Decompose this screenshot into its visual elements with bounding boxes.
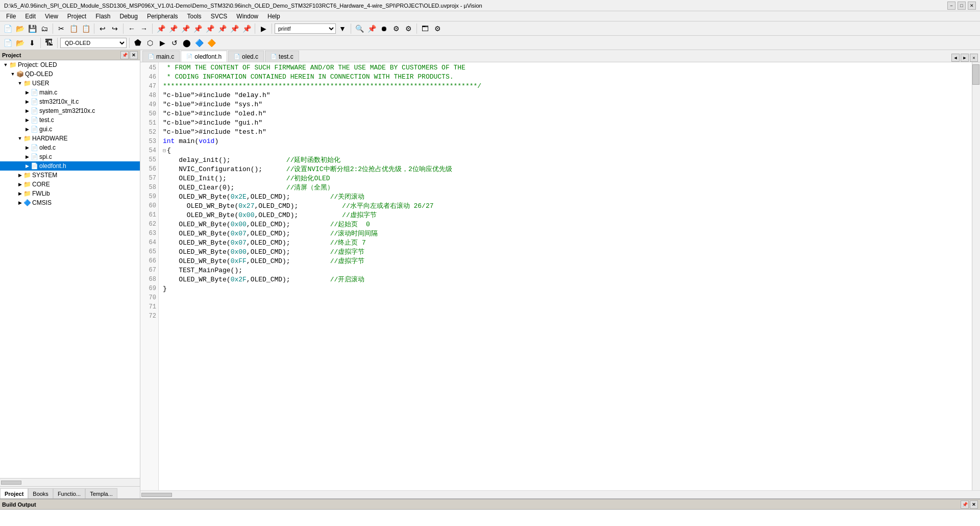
build-output-pin[interactable]: 📌	[961, 500, 969, 509]
maximize-button[interactable]: □	[958, 2, 966, 10]
debug1-button[interactable]: ⏺	[378, 23, 389, 34]
bookmark5-button[interactable]: 📌	[204, 23, 215, 34]
nav-back-button[interactable]: ←	[126, 23, 137, 34]
minimize-button[interactable]: −	[947, 2, 955, 10]
tree-item-gui_c[interactable]: ▶📄 gui.c	[0, 125, 140, 134]
tree-item-oled_c[interactable]: ▶📄 oled.c	[0, 143, 140, 152]
paste-button[interactable]: 📋	[80, 23, 91, 34]
tree-item-icon: 📦	[16, 70, 24, 78]
redo-button[interactable]: ↪	[109, 23, 120, 34]
tree-item-stm32f10x_it_c[interactable]: ▶📄 stm32f10x_it.c	[0, 97, 140, 106]
nav-forward-button[interactable]: →	[138, 23, 150, 34]
load-button[interactable]: ⬇	[27, 37, 38, 49]
tb2-sep2	[57, 38, 58, 48]
menu-item-peripherals[interactable]: Peripherals	[143, 11, 182, 21]
line-number: 67	[140, 266, 156, 275]
tb2-btn6[interactable]: 🔷	[193, 37, 205, 49]
code-line: }	[163, 284, 968, 294]
save-button[interactable]: 💾	[27, 23, 38, 34]
bookmark6-button[interactable]: 📌	[216, 23, 228, 34]
build-all-button[interactable]: 🏗	[43, 37, 55, 49]
editor-tab-oled_c[interactable]: 📄oled.c	[228, 51, 264, 62]
sidebar-hscroll[interactable]	[0, 478, 140, 486]
tree-item-qd_oled[interactable]: ▼📦 QD-OLED	[0, 69, 140, 79]
tree-item-fwlib[interactable]: ▶📁 FWLib	[0, 189, 140, 198]
bookmark2-button[interactable]: 📌	[167, 23, 179, 34]
open-file-button[interactable]: 📂	[14, 23, 26, 34]
code-vscroll[interactable]	[972, 62, 980, 490]
line-number: 50	[140, 109, 156, 118]
search-button[interactable]: 🔍	[354, 23, 365, 34]
sidebar-tab-functio___[interactable]: Functio...	[53, 488, 85, 498]
tb2-btn1[interactable]: ⬟	[132, 37, 143, 49]
tree-item-core[interactable]: ▶📁 CORE	[0, 180, 140, 189]
bookmark8-button[interactable]: 📌	[241, 23, 252, 34]
open-uvision-button[interactable]: 📂	[14, 37, 26, 49]
tree-item-spi_c[interactable]: ▶📄 spi.c	[0, 152, 140, 161]
editor-tab-oledfont_h[interactable]: 📄oledfont.h	[181, 51, 227, 62]
sidebar-tab-templa___[interactable]: Templa...	[85, 488, 117, 498]
menu-item-view[interactable]: View	[41, 11, 62, 21]
settings-button[interactable]: ⚙	[432, 23, 443, 34]
fold-icon[interactable]: ⊟	[163, 148, 166, 154]
run-icon-button[interactable]: ▶	[258, 23, 269, 34]
tab-close-all[interactable]: ✕	[970, 54, 978, 62]
sidebar-pin-button[interactable]: 📌	[120, 51, 129, 59]
tb2-btn3[interactable]: ▶	[157, 37, 168, 49]
menu-item-window[interactable]: Window	[232, 11, 262, 21]
sidebar-tab-books[interactable]: Books	[28, 488, 53, 498]
window-button[interactable]: 🗔	[420, 23, 431, 34]
menu-item-svcs[interactable]: SVCS	[207, 11, 232, 21]
bookmark4-button[interactable]: 📌	[192, 23, 203, 34]
debug3-button[interactable]: ⚙	[403, 23, 414, 34]
pin-button[interactable]: 📌	[366, 23, 377, 34]
tree-item-system[interactable]: ▶📁 SYSTEM	[0, 171, 140, 180]
build-output-close[interactable]: ✕	[970, 500, 978, 509]
code-hscroll[interactable]	[140, 490, 980, 498]
save-all-button[interactable]: 🗂	[39, 23, 50, 34]
tree-item-hardware[interactable]: ▼📁 HARDWARE	[0, 134, 140, 143]
close-button[interactable]: ✕	[968, 2, 976, 10]
code-line: delay_init(); //延时函数初始化	[163, 156, 968, 165]
menu-item-debug[interactable]: Debug	[116, 11, 142, 21]
sidebar-title: Project	[2, 52, 21, 58]
tree-item-project__oled[interactable]: ▼📁 Project: OLED	[0, 60, 140, 69]
tree-item-main_c[interactable]: ▶📄 main.c	[0, 88, 140, 97]
tab-scroll-left[interactable]: ◀	[951, 54, 960, 62]
tree-item-system_stm32f10x_c[interactable]: ▶📄 system_stm32f10x.c	[0, 106, 140, 115]
new-uvision-button[interactable]: 📄	[2, 37, 13, 49]
line-number: 66	[140, 256, 156, 266]
editor-tab-test_c[interactable]: 📄test.c	[265, 51, 299, 62]
tree-item-user[interactable]: ▼📁 USER	[0, 79, 140, 88]
new-file-button[interactable]: 📄	[2, 23, 13, 34]
tb2-btn7[interactable]: 🔶	[206, 37, 217, 49]
menu-item-project[interactable]: Project	[63, 11, 90, 21]
tb2-btn4[interactable]: ↺	[169, 37, 180, 49]
undo-button[interactable]: ↩	[97, 23, 108, 34]
code-content[interactable]: * FROM THE CONTENT OF SUCH FIRMWARE AND/…	[159, 62, 972, 490]
tree-item-cmsis[interactable]: ▶🔷 CMSIS	[0, 198, 140, 207]
bookmark1-button[interactable]: 📌	[155, 23, 166, 34]
menu-item-file[interactable]: File	[2, 11, 20, 21]
printf-dropdown-button[interactable]: ▼	[337, 23, 348, 34]
editor-tab-main_c[interactable]: 📄main.c	[142, 51, 180, 62]
menu-item-help[interactable]: Help	[263, 11, 284, 21]
bookmark3-button[interactable]: 📌	[180, 23, 191, 34]
tree-item-oledfont_h[interactable]: ▶📄 oledfont.h	[0, 161, 140, 171]
sidebar-close-button[interactable]: ✕	[130, 51, 138, 59]
line-number: 63	[140, 229, 156, 238]
tree-item-test_c[interactable]: ▶📄 test.c	[0, 115, 140, 125]
tb2-btn2[interactable]: ⬡	[144, 37, 156, 49]
target-combo[interactable]: QD-OLED	[60, 38, 127, 48]
menu-item-flash[interactable]: Flash	[91, 11, 114, 21]
cut-button[interactable]: ✂	[56, 23, 67, 34]
menu-item-edit[interactable]: Edit	[21, 11, 40, 21]
copy-button[interactable]: 📋	[68, 23, 79, 34]
debug2-button[interactable]: ⚙	[390, 23, 402, 34]
sidebar-tab-project[interactable]: Project	[0, 488, 28, 498]
tb2-btn5[interactable]: ⬤	[181, 37, 192, 49]
menu-item-tools[interactable]: Tools	[183, 11, 206, 21]
printf-combo[interactable]: printf	[275, 23, 336, 34]
tab-scroll-right[interactable]: ▶	[961, 54, 969, 62]
bookmark7-button[interactable]: 📌	[229, 23, 240, 34]
